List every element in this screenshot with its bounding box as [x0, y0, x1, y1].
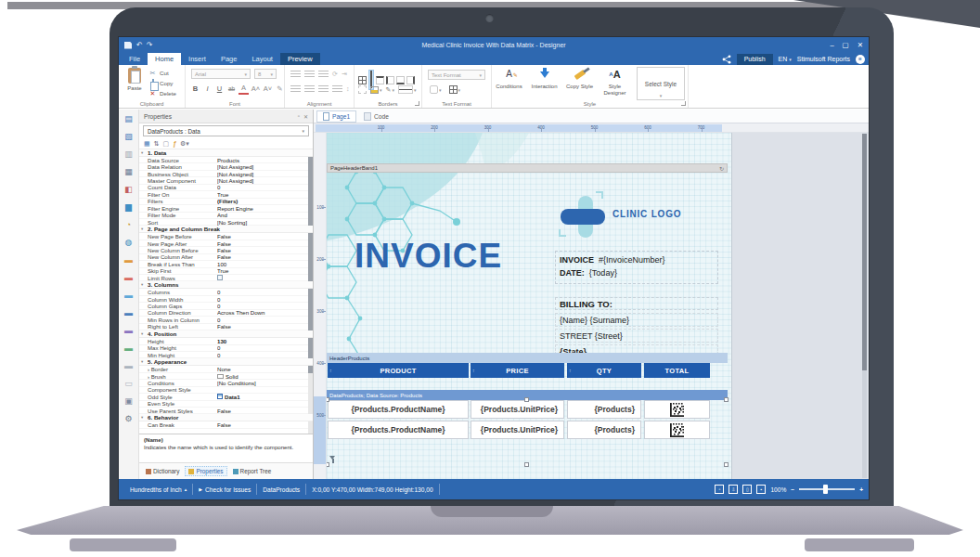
copy-style-button[interactable]: Copy Style [562, 67, 597, 90]
property-value[interactable]: [Not Assigned] [217, 177, 313, 184]
align-right-icon[interactable] [318, 85, 329, 93]
pin-icon[interactable]: ▫ [298, 113, 300, 120]
wrap-text-icon[interactable]: ⇥ [342, 71, 347, 78]
band-empty-icon[interactable]: ▭ [119, 374, 138, 392]
band-page-header-icon[interactable]: ▬ [119, 268, 138, 286]
no-border-icon[interactable] [358, 85, 367, 94]
cell-product-name[interactable]: {Products.ProductName} [328, 400, 469, 419]
align-left-icon[interactable] [290, 85, 301, 93]
selection-handle[interactable] [524, 397, 529, 402]
clinic-logo-text[interactable]: CLINIC LOGO [612, 209, 681, 219]
number-format-button[interactable]: ▾ [449, 85, 461, 94]
grow-font-button[interactable]: A˄ [251, 83, 261, 95]
property-value[interactable]: Data1 [217, 394, 313, 400]
bold-button[interactable]: B [190, 83, 200, 95]
underline-button[interactable]: U [214, 83, 225, 95]
column-header-product[interactable]: ↕PRODUCT [328, 363, 469, 378]
service-tools-icon[interactable]: ⚙ [119, 409, 138, 427]
component-map-icon[interactable]: ◍ [119, 233, 138, 251]
property-value[interactable]: False [217, 240, 313, 247]
style-designer-button[interactable]: AA Style Designer [598, 67, 632, 96]
band-report-title-icon[interactable]: ▬ [119, 251, 138, 268]
left-border-icon[interactable] [386, 76, 394, 84]
view-mode-page-break-icon[interactable]: ⇩ [729, 485, 738, 494]
check-for-issues-button[interactable]: ▶Check for Issues [193, 484, 257, 495]
tab-preview[interactable]: Preview [280, 53, 320, 65]
cut-button[interactable]: ✂Cut [148, 68, 176, 78]
band-data-icon[interactable]: ▬ [119, 304, 138, 321]
property-page-icon[interactable]: ▢ [163, 140, 170, 147]
checkbox[interactable] [217, 275, 223, 280]
font-color-button[interactable]: A [239, 83, 249, 95]
tab-code[interactable]: Code [358, 111, 394, 122]
property-value[interactable]: 0 [217, 317, 313, 323]
header-band-bar[interactable]: HeaderProducts [327, 353, 728, 363]
zoom-in-button[interactable]: + [859, 486, 863, 493]
column-header-price[interactable]: ↕PRICE [471, 363, 564, 378]
property-value[interactable]: Solid [217, 373, 313, 380]
property-value[interactable]: True [217, 267, 313, 274]
page-header-band-bar[interactable]: PageHeaderBand1 ↻ [327, 163, 728, 173]
cell-product-name[interactable]: {Products.ProductName} [328, 421, 469, 439]
property-value[interactable]: 0 [217, 352, 313, 358]
property-value[interactable]: [No Conditions] [217, 380, 313, 386]
selection-handle[interactable] [724, 397, 729, 402]
selection-handle[interactable] [724, 462, 729, 467]
cell-qty[interactable]: {Products} [567, 400, 641, 419]
property-value[interactable]: 100 [217, 261, 313, 267]
font-family-select[interactable]: Arial▾ [191, 69, 251, 79]
view-mode-grid-icon[interactable]: ▪ [756, 485, 766, 494]
property-value[interactable]: Products [217, 157, 313, 163]
panel-tab-report-tree[interactable]: Report Tree [230, 467, 275, 475]
all-borders-icon[interactable] [358, 76, 367, 84]
canvas-scrollbar[interactable] [862, 134, 867, 478]
cell-qty[interactable]: {Products} [567, 421, 641, 439]
property-value[interactable]: Across Then Down [217, 309, 313, 316]
cell-unit-price[interactable]: {Products.UnitPrice} [471, 421, 564, 439]
close-button[interactable]: ✕ [858, 41, 863, 49]
property-value[interactable]: True [217, 191, 313, 198]
settings-gear-icon[interactable]: ⚙▾ [180, 140, 189, 147]
property-section-header[interactable]: 5. Appearance [139, 358, 313, 366]
component-image-icon[interactable]: ▧ [119, 127, 138, 145]
component-shape-icon[interactable]: ◧ [119, 180, 138, 198]
property-value[interactable]: [Not Assigned] [217, 163, 313, 170]
text-format-select[interactable]: Text Format▾ [428, 70, 485, 80]
style-brush-icon[interactable]: ✎ [275, 83, 285, 95]
property-value[interactable]: False [217, 421, 313, 428]
component-matrix-icon[interactable]: ▦ [119, 162, 138, 180]
panel-tab-properties[interactable]: Properties [185, 466, 226, 476]
property-value[interactable]: False [217, 408, 313, 414]
property-value[interactable]: (Filters) [217, 198, 313, 204]
bottom-border-icon[interactable] [396, 76, 405, 84]
band-footer-icon[interactable]: ▬ [119, 321, 138, 339]
publish-button[interactable]: Publish [737, 54, 773, 65]
property-value[interactable]: [No Sorting] [217, 219, 313, 226]
cell-datamatrix[interactable] [644, 421, 710, 439]
align-center-icon[interactable] [304, 85, 315, 93]
property-value[interactable]: False [217, 247, 313, 253]
align-middle-icon[interactable] [304, 71, 315, 78]
paste-button[interactable]: Paste [122, 68, 147, 101]
align-justify-icon[interactable] [332, 85, 342, 93]
unit-selector[interactable]: Hundredths of Inch▴ [124, 484, 193, 495]
fill-color-button[interactable]: ▾ [370, 86, 382, 94]
view-mode-normal-icon[interactable]: ▫ [715, 485, 724, 494]
border-color-button[interactable]: ✎▾ [386, 86, 394, 94]
maximize-button[interactable]: ▢ [843, 41, 849, 49]
band-child-icon[interactable]: ▬ [119, 356, 138, 374]
tab-file[interactable]: File [122, 53, 148, 65]
align-top-icon[interactable] [290, 71, 301, 78]
property-value[interactable]: 0 [217, 296, 313, 303]
component-duplicate-icon[interactable]: ▥ [119, 145, 138, 162]
property-section-header[interactable]: 2. Page and Column Break [139, 226, 313, 233]
property-value[interactable]: [Not Assigned] [217, 171, 313, 177]
zoom-slider[interactable] [799, 488, 855, 490]
property-value[interactable]: 130 [217, 338, 313, 344]
component-selector[interactable]: DataProducts : Data▾ [143, 125, 309, 136]
align-bottom-icon[interactable] [318, 71, 329, 78]
property-value[interactable]: None [217, 366, 313, 372]
font-size-select[interactable]: 8▾ [254, 69, 277, 79]
view-mode-interface-icon[interactable]: ▯ [742, 485, 752, 494]
border-style-select[interactable]: ▾ [398, 85, 417, 94]
